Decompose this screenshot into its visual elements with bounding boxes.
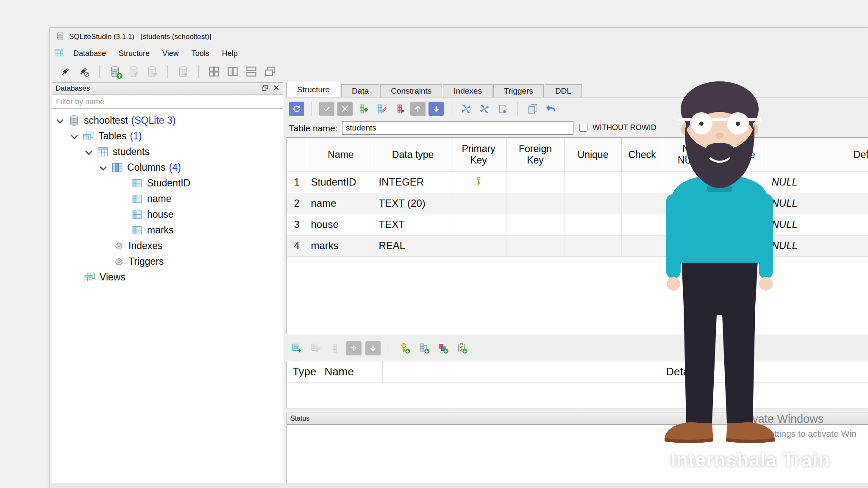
- menu-help[interactable]: Help: [216, 47, 244, 60]
- database-icon: [68, 115, 80, 126]
- move-column-down-icon[interactable]: [428, 102, 444, 116]
- databases-panel-title: Databases: [56, 84, 262, 93]
- toolbar-separator: [198, 65, 199, 78]
- table-name-row: Table name: WITHOUT ROWID: [287, 120, 868, 136]
- export-database-icon[interactable]: [175, 64, 191, 79]
- chevron-down-icon[interactable]: [71, 132, 78, 139]
- filter-by-name-input[interactable]: [52, 95, 283, 109]
- grid-header-row: Name Data type Primary Key Foreign Key U…: [287, 138, 868, 172]
- tree-suffix: (4): [169, 162, 181, 173]
- tree-label: Tables: [98, 130, 126, 142]
- tree-item-triggers[interactable]: Triggers: [52, 254, 283, 269]
- cascade-windows-icon[interactable]: [262, 64, 278, 79]
- toolbar-separator: [99, 65, 100, 78]
- tree-item-views[interactable]: Views: [52, 269, 283, 285]
- commit-structure-icon[interactable]: [319, 102, 334, 116]
- edit-column-icon[interactable]: [374, 102, 389, 116]
- remove-database-icon[interactable]: [145, 64, 160, 79]
- plus-badge-icon: [117, 73, 122, 79]
- move-constraint-up-icon[interactable]: [346, 341, 362, 355]
- table-constraints-alt-icon[interactable]: [477, 102, 492, 116]
- delete-column-icon[interactable]: [392, 102, 407, 116]
- tab-constraints[interactable]: Constraints: [380, 84, 442, 97]
- views-icon: [84, 272, 95, 283]
- column-row-studentid[interactable]: 1 StudentID INTEGER NULL: [287, 172, 868, 193]
- extensions-icon[interactable]: [495, 102, 510, 116]
- col-header-check: Check: [621, 138, 663, 172]
- col-header-foreign-key: Foreign Key: [506, 138, 565, 172]
- database-tree: schooltest (SQLite 3) Tables (1) student…: [52, 109, 283, 486]
- tree-item-column-studentid[interactable]: StudentID: [52, 175, 283, 191]
- add-table-constraint-icon[interactable]: [289, 341, 304, 355]
- add-check-icon[interactable]: [454, 341, 470, 355]
- tree-label: Triggers: [128, 256, 164, 267]
- tree-item-schooltest[interactable]: schooltest (SQLite 3): [52, 113, 283, 128]
- col-header-not-null: Not NULL: [663, 138, 717, 172]
- edit-table-constraint-icon[interactable]: [308, 341, 323, 355]
- tab-ddl[interactable]: DDL: [545, 84, 582, 97]
- move-constraint-down-icon[interactable]: [365, 341, 381, 355]
- databases-panel-header: Databases: [52, 82, 283, 95]
- structure-toolbar: [289, 98, 865, 119]
- copy-ddl-icon[interactable]: [525, 102, 540, 116]
- constraints-header-row: Type Name Detail: [287, 361, 868, 383]
- close-panel-icon[interactable]: [273, 85, 279, 92]
- table-name-input[interactable]: [342, 121, 573, 135]
- col-header-collate: Collate: [717, 138, 763, 172]
- menu-view[interactable]: View: [156, 47, 185, 60]
- col-header-name: Name: [307, 138, 375, 172]
- disconnect-from-database-icon[interactable]: [76, 64, 92, 79]
- move-column-up-icon[interactable]: [410, 102, 426, 116]
- table-constraints-icon[interactable]: [459, 102, 474, 116]
- tree-suffix: (SQLite 3): [131, 115, 176, 126]
- chevron-down-icon[interactable]: [85, 148, 92, 155]
- tree-label: students: [113, 146, 150, 158]
- chevron-down-icon[interactable]: [100, 164, 107, 171]
- tree-item-students[interactable]: students: [52, 144, 283, 160]
- add-foreign-key-icon[interactable]: [416, 341, 431, 355]
- col-header-rownum: [287, 138, 307, 172]
- add-column-icon[interactable]: [356, 102, 371, 116]
- tree-item-tables[interactable]: Tables (1): [52, 128, 283, 144]
- tree-item-columns[interactable]: Columns (4): [52, 160, 283, 175]
- activate-windows-watermark: Activate Windows: [733, 413, 823, 426]
- column-row-name[interactable]: 2 name TEXT (20) NULL: [287, 193, 868, 214]
- delete-table-constraint-icon[interactable]: [327, 341, 342, 355]
- column-row-marks[interactable]: 4 marks REAL NULL: [287, 235, 868, 256]
- column-row-house[interactable]: 3 house TEXT NULL: [287, 214, 868, 235]
- chevron-down-icon[interactable]: [56, 116, 64, 124]
- undo-icon[interactable]: [543, 102, 559, 116]
- editor-tab-bar: Structure Data Constraints Indexes Trigg…: [287, 82, 868, 97]
- tree-item-column-marks[interactable]: marks: [52, 222, 283, 238]
- menu-database[interactable]: Database: [67, 47, 112, 60]
- without-rowid-checkbox[interactable]: [579, 124, 587, 132]
- tree-label: name: [147, 193, 172, 205]
- tile-windows-icon[interactable]: [206, 64, 222, 79]
- tree-item-indexes[interactable]: Indexes: [52, 238, 283, 254]
- tab-triggers[interactable]: Triggers: [493, 84, 544, 97]
- add-primary-key-icon[interactable]: [397, 341, 412, 355]
- tab-structure[interactable]: Structure: [287, 82, 340, 97]
- without-rowid-label: WITHOUT ROWID: [593, 123, 657, 132]
- tile-windows-horizontally-icon[interactable]: [244, 64, 259, 79]
- rollback-structure-icon[interactable]: [337, 102, 353, 116]
- tree-item-column-name[interactable]: name: [52, 191, 283, 207]
- window-title: SQLiteStudio (3.1.1) - [students (school…: [69, 33, 211, 41]
- connect-to-database-icon[interactable]: [58, 64, 73, 79]
- add-database-icon[interactable]: [107, 64, 122, 79]
- tab-indexes[interactable]: Indexes: [443, 84, 492, 97]
- tree-item-column-house[interactable]: house: [52, 207, 283, 222]
- menu-structure[interactable]: Structure: [112, 47, 156, 60]
- float-panel-icon[interactable]: [262, 85, 268, 93]
- table-name-label: Table name:: [289, 123, 337, 133]
- edit-database-icon[interactable]: [126, 64, 141, 79]
- menu-tools[interactable]: Tools: [185, 47, 216, 60]
- refresh-structure-icon[interactable]: [289, 102, 304, 116]
- indexes-icon: [113, 240, 124, 252]
- tab-data[interactable]: Data: [341, 84, 379, 97]
- toolbar-separator: [167, 65, 168, 78]
- column-icon: [131, 209, 143, 220]
- tile-windows-vertically-icon[interactable]: [225, 64, 240, 79]
- col-header-default: Default: [763, 138, 868, 172]
- add-unique-icon[interactable]: [435, 341, 451, 355]
